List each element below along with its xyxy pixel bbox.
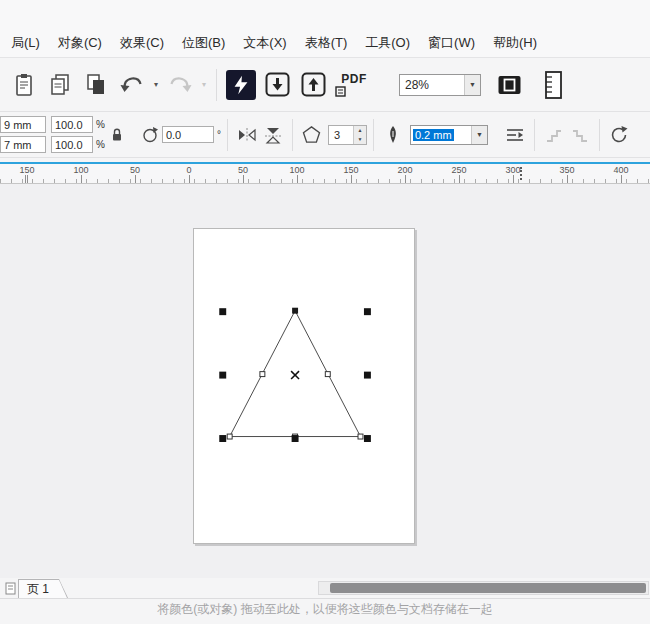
paste-button[interactable] — [6, 65, 42, 105]
ruler-tick-label: 50 — [130, 165, 140, 175]
canvas-area[interactable] — [0, 184, 650, 578]
selected-text: 0.2 mm — [413, 129, 454, 141]
cascade-button[interactable] — [567, 122, 593, 148]
selection-handle[interactable] — [364, 372, 371, 379]
menu-item[interactable]: 位图(B) — [173, 30, 234, 56]
chevron-down-icon[interactable]: ▼ — [464, 75, 480, 95]
polygon-node[interactable] — [227, 434, 232, 439]
duplicate-button[interactable] — [78, 65, 114, 105]
redo-button[interactable] — [162, 65, 198, 105]
page-nav-button[interactable] — [2, 580, 18, 596]
cascade-button[interactable] — [541, 122, 567, 148]
outline-width-value[interactable]: 0.2 mm — [411, 126, 471, 144]
scale-x-field[interactable]: 100.0 — [51, 116, 93, 133]
outline-width-combo[interactable]: 0.2 mm ▼ — [410, 125, 488, 145]
spin-up-icon[interactable]: ▲ — [354, 126, 366, 135]
toolbar-separator — [216, 69, 217, 101]
spin-down-icon[interactable]: ▼ — [354, 135, 366, 144]
ruler-tick-label: 150 — [19, 165, 34, 175]
ruler-tick-label: 0 — [186, 165, 191, 175]
propbar-separator — [534, 119, 535, 151]
selection-handle[interactable] — [364, 308, 371, 315]
redo-dropdown[interactable]: ▾ — [198, 65, 210, 105]
object-scale: 100.0 % 100.0 % — [51, 116, 105, 153]
triangle-shape[interactable] — [230, 311, 361, 437]
ruler-tick-label: 100 — [73, 165, 88, 175]
rotation-field[interactable]: 0.0 — [162, 126, 214, 143]
menu-item[interactable]: 对象(C) — [49, 30, 111, 56]
status-message: 将颜色(或对象) 拖动至此处，以便将这些颜色与文档存储在一起 — [157, 601, 492, 618]
ruler-tool-button[interactable] — [539, 65, 575, 105]
menu-item[interactable]: 帮助(H) — [484, 30, 546, 56]
mirror-vertical-button[interactable] — [260, 122, 286, 148]
fullscreen-preview-button[interactable] — [491, 65, 527, 105]
scale-y-field[interactable]: 100.0 — [51, 136, 93, 153]
position-y-field[interactable]: 7 mm — [0, 136, 46, 153]
import-icon — [264, 71, 291, 98]
ruler-tick-label: 350 — [559, 165, 574, 175]
launcher-button[interactable] — [223, 65, 259, 105]
wrap-text-button[interactable] — [502, 122, 528, 148]
menu-item[interactable]: 表格(T) — [296, 30, 357, 56]
menu-item[interactable]: 文本(X) — [234, 30, 295, 56]
menu-item[interactable]: 窗口(W) — [419, 30, 484, 56]
pdf-label: PDF — [341, 73, 367, 85]
polygon-tool-indicator — [299, 122, 325, 148]
polygon-sides-spinner[interactable]: 3 ▲ ▼ — [328, 125, 367, 145]
polygon-node[interactable] — [260, 372, 265, 377]
selection-handle[interactable] — [219, 308, 226, 315]
property-bar: 9 mm 7 mm 100.0 % 100.0 % 0.0 — [0, 112, 650, 158]
wrap-text-icon — [505, 126, 525, 144]
lock-icon — [110, 127, 124, 142]
selection-handle[interactable] — [219, 435, 226, 442]
position-x-field[interactable]: 9 mm — [0, 116, 46, 133]
document-page[interactable] — [193, 228, 415, 544]
export-button[interactable] — [295, 65, 331, 105]
publish-pdf-button[interactable]: PDF — [331, 65, 377, 105]
lock-ratio-button[interactable] — [108, 117, 126, 153]
polygon-node[interactable] — [325, 372, 330, 377]
import-button[interactable] — [259, 65, 295, 105]
menu-item[interactable]: 工具(O) — [356, 30, 419, 56]
rotate-button[interactable] — [606, 122, 632, 148]
pen-nib-icon — [386, 125, 400, 145]
degree-label: ° — [217, 129, 221, 140]
selection-handle[interactable] — [364, 435, 371, 442]
polygon-sides-value[interactable]: 3 — [329, 126, 353, 144]
stairs-icon — [545, 126, 563, 144]
propbar-separator — [599, 119, 600, 151]
undo-icon — [119, 73, 145, 97]
menu-bar: 局(L)对象(C)效果(C)位图(B)文本(X)表格(T)工具(O)窗口(W)帮… — [0, 28, 650, 58]
rotation-angle-icon — [141, 126, 159, 144]
selection-handle[interactable] — [292, 435, 299, 442]
chevron-down-icon[interactable]: ▼ — [471, 126, 487, 144]
page-tab[interactable]: 页 1 — [18, 579, 68, 598]
ruler-tick-label: 200 — [397, 165, 412, 175]
selection-handle[interactable] — [219, 372, 226, 379]
mirror-vertical-icon — [264, 126, 282, 144]
page-flip-icon — [5, 582, 16, 595]
scrollbar-thumb[interactable] — [330, 583, 646, 593]
mirror-horizontal-button[interactable] — [234, 122, 260, 148]
menu-item[interactable]: 效果(C) — [111, 30, 173, 56]
selection-svg[interactable] — [194, 229, 414, 543]
object-position: 9 mm 7 mm — [0, 116, 46, 153]
undo-button[interactable] — [114, 65, 150, 105]
undo-dropdown[interactable]: ▾ — [150, 65, 162, 105]
polygon-node[interactable] — [358, 434, 363, 439]
horizontal-scrollbar[interactable] — [318, 581, 649, 595]
lightning-icon — [226, 70, 256, 100]
zoom-level-combo[interactable]: 28% ▼ — [399, 74, 481, 96]
ruler-tick-label: 150 — [343, 165, 358, 175]
copy-icon — [48, 72, 72, 98]
zoom-value[interactable]: 28% — [400, 75, 464, 95]
propbar-separator — [292, 119, 293, 151]
copy-button[interactable] — [42, 65, 78, 105]
menu-item[interactable]: 局(L) — [2, 30, 49, 56]
polygon-apex-node[interactable] — [292, 308, 298, 314]
pdf-page-icon — [335, 86, 347, 97]
page-navigation-bar: 页 1 — [0, 578, 650, 598]
ruler[interactable]: 15010050050100150200250300350400 — [0, 164, 650, 184]
rotation-group: 0.0 ° — [141, 126, 221, 144]
ruler-icon — [540, 70, 574, 100]
